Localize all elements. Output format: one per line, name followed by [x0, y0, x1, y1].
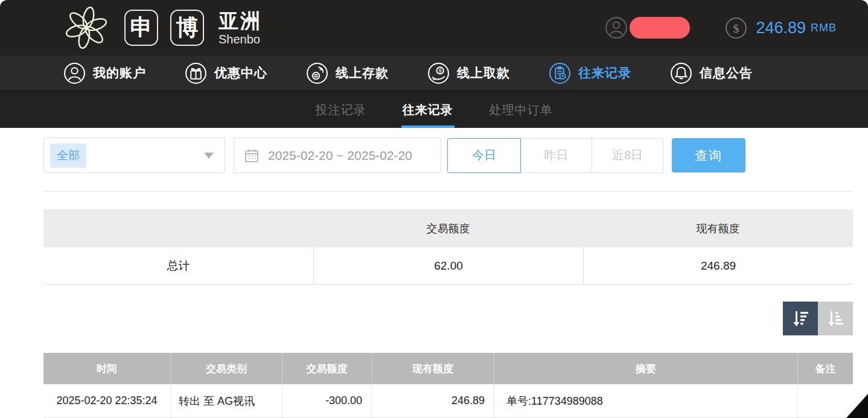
gift-icon: [185, 62, 207, 84]
col-header-remarks: 备注: [797, 353, 853, 384]
summary-transaction-amount: 62.00: [313, 247, 583, 284]
tab-betting-records[interactable]: 投注记录: [314, 92, 368, 128]
main-nav: 我的账户 优惠中心 线上存款 $: [0, 55, 868, 92]
nav-item-transaction-records[interactable]: 往来记录: [549, 62, 631, 84]
calendar-icon: [244, 148, 260, 163]
col-header-summary: 摘要: [494, 353, 797, 384]
range-today-button[interactable]: 今日: [447, 138, 521, 173]
selected-type-chip: 全部: [50, 144, 86, 168]
svg-text:$: $: [733, 22, 739, 34]
col-header-transaction-amount: 交易额度: [282, 353, 371, 384]
balance-amount: 246.89: [756, 19, 806, 37]
username-redacted-pill[interactable]: [630, 17, 690, 39]
sub-tabs: 投注记录 往来记录 处理中订单: [0, 92, 868, 128]
tab-transaction-records[interactable]: 往来记录: [401, 92, 455, 128]
header-account-area: $ 246.89 RMB: [605, 16, 837, 39]
record-type: 转出 至 AG视讯: [170, 384, 282, 417]
chevron-down-icon: [204, 153, 214, 159]
record-time: 2025-02-20 22:35:24: [43, 384, 170, 417]
bell-icon: [670, 62, 692, 84]
date-range-value: 2025-02-20 ~ 2025-02-20: [268, 148, 412, 163]
records-table-header: 时间 交易类别 交易额度 现有额度 摘要 备注: [43, 353, 853, 384]
logo-region-text: 亚洲: [219, 11, 262, 31]
flower-logo-icon: [60, 3, 112, 52]
sort-controls: [43, 302, 853, 335]
nav-item-my-account[interactable]: 我的账户: [63, 62, 146, 84]
nav-item-announcements[interactable]: 信息公告: [670, 62, 753, 84]
user-icon: [63, 62, 86, 84]
avatar-icon[interactable]: [605, 16, 628, 39]
nav-label: 优惠中心: [214, 65, 267, 81]
svg-text:$: $: [438, 68, 441, 74]
record-remarks: [797, 384, 853, 417]
summary-total-label: 总计: [43, 247, 313, 284]
query-button[interactable]: 查询: [672, 138, 745, 173]
content-area: 全部 2025-02-20 ~ 2025-02-20 今日 昨日 近8日 查询: [0, 138, 868, 418]
balance-currency: RMB: [811, 22, 837, 34]
sort-desc-icon: [790, 308, 811, 329]
top-header: 申 博 亚洲 Shenbo $ 246.89 RMB: [0, 0, 868, 55]
logo-char-box: 博: [170, 10, 204, 46]
date-range-input[interactable]: 2025-02-20 ~ 2025-02-20: [234, 138, 441, 173]
corner-overlay: [846, 394, 868, 418]
sort-ascending-button[interactable]: [818, 302, 853, 335]
record-summary: 单号:117734989088: [494, 384, 797, 417]
nav-label: 线上存款: [336, 65, 389, 81]
table-row: 2025-02-20 22:35:24 转出 至 AG视讯 -300.00 24…: [43, 384, 853, 418]
transaction-type-dropdown[interactable]: 全部: [43, 138, 225, 173]
record-transaction-amount: -300.00: [282, 384, 371, 417]
withdraw-icon: $: [427, 62, 450, 84]
summary-header-transaction-amount: 交易额度: [313, 209, 583, 247]
summary-total-row: 总计 62.00 246.89: [43, 247, 853, 285]
col-header-time: 时间: [43, 353, 170, 384]
summary-current-balance: 246.89: [583, 247, 853, 284]
records-icon: [549, 62, 571, 84]
col-header-current-balance: 现有额度: [371, 353, 494, 384]
range-yesterday-button[interactable]: 昨日: [521, 138, 592, 173]
logo-wordmark: 亚洲 Shenbo: [219, 11, 262, 45]
dollar-coin-icon: $: [725, 17, 747, 39]
nav-label: 我的账户: [93, 65, 146, 81]
sort-descending-button[interactable]: [783, 302, 818, 335]
filter-row: 全部 2025-02-20 ~ 2025-02-20 今日 昨日 近8日 查询: [43, 138, 853, 173]
nav-item-promotions[interactable]: 优惠中心: [185, 62, 267, 84]
deposit-icon: [306, 62, 328, 84]
nav-label: 信息公告: [700, 65, 753, 81]
quick-range-group: 今日 昨日 近8日: [447, 138, 663, 173]
summary-table-header: 交易额度 现有额度: [43, 209, 853, 247]
tab-processing-orders[interactable]: 处理中订单: [488, 92, 554, 128]
range-last8days-button[interactable]: 近8日: [592, 138, 663, 173]
brand-logo[interactable]: 申 博 亚洲 Shenbo: [60, 3, 262, 52]
records-table: 时间 交易类别 交易额度 现有额度 摘要 备注 2025-02-20 22:35…: [43, 353, 853, 418]
nav-item-online-deposit[interactable]: 线上存款: [306, 62, 389, 84]
summary-table: 交易额度 现有额度 总计 62.00 246.89: [43, 209, 853, 285]
transaction-records-page: 申 博 亚洲 Shenbo $ 246.89 RMB: [0, 0, 868, 418]
record-current-balance: 246.89: [371, 384, 494, 417]
summary-header-current-balance: 现有额度: [583, 209, 853, 247]
logo-latin-text: Shenbo: [219, 33, 262, 45]
summary-header-empty: [43, 209, 313, 247]
sort-asc-icon: [825, 308, 846, 329]
nav-label: 往来记录: [578, 65, 631, 81]
nav-label: 线上取款: [457, 65, 510, 81]
logo-char-box: 申: [124, 10, 158, 46]
col-header-type: 交易类别: [170, 353, 282, 384]
nav-item-online-withdraw[interactable]: $ 线上取款: [427, 62, 510, 84]
section-divider: [43, 191, 853, 192]
